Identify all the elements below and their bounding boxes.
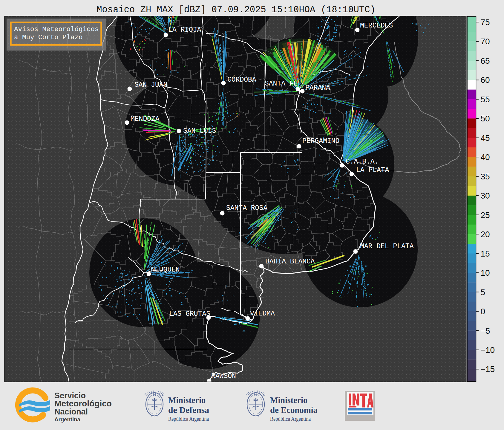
svg-text:−15: −15 [481, 365, 495, 374]
svg-text:Nacional: Nacional [54, 407, 88, 416]
svg-text:15: 15 [481, 249, 490, 258]
svg-text:MAR DEL PLATA: MAR DEL PLATA [360, 243, 414, 250]
svg-text:65: 65 [481, 56, 490, 65]
svg-text:Mosaico ZH MAX [dBZ] 07.09.202: Mosaico ZH MAX [dBZ] 07.09.2025 15:10HOA… [96, 5, 375, 15]
svg-text:60: 60 [481, 75, 490, 85]
svg-text:República Argentina: República Argentina [168, 416, 209, 422]
svg-text:NEUQUÉN: NEUQUÉN [151, 266, 180, 274]
svg-text:35: 35 [481, 172, 490, 181]
svg-text:PARANA: PARANA [305, 84, 330, 92]
svg-text:−5: −5 [481, 326, 490, 336]
svg-text:20: 20 [481, 230, 490, 239]
svg-text:Ministerio: Ministerio [168, 395, 206, 405]
svg-text:CÓRDOBA: CÓRDOBA [227, 75, 256, 84]
svg-text:LA PLATA: LA PLATA [356, 166, 389, 174]
svg-text:0: 0 [481, 307, 485, 316]
svg-text:RAWSON: RAWSON [211, 372, 236, 380]
svg-text:LA RIOJA: LA RIOJA [168, 26, 201, 34]
svg-text:a Muy Corto Plazo: a Muy Corto Plazo [14, 33, 83, 41]
svg-text:−10: −10 [481, 345, 495, 355]
svg-text:Ministerio: Ministerio [270, 395, 307, 405]
svg-text:55: 55 [481, 95, 490, 104]
svg-text:de Economía: de Economía [270, 405, 318, 415]
svg-text:C.A.B.A.: C.A.B.A. [346, 158, 379, 166]
svg-text:SANTA ROSA: SANTA ROSA [226, 204, 267, 212]
svg-text:40: 40 [481, 153, 490, 162]
svg-text:de Defensa: de Defensa [168, 405, 209, 415]
svg-text:VIEDMA: VIEDMA [250, 310, 275, 318]
svg-text:LAS GRUTAS: LAS GRUTAS [169, 310, 210, 318]
svg-text:70: 70 [481, 37, 490, 46]
svg-text:Argentina: Argentina [54, 416, 80, 423]
svg-text:25: 25 [481, 211, 490, 220]
svg-text:PERGAMINO: PERGAMINO [302, 137, 339, 145]
svg-text:30: 30 [481, 191, 490, 200]
svg-text:45: 45 [481, 133, 490, 143]
svg-text:50: 50 [481, 114, 490, 123]
svg-text:SANTA FE: SANTA FE [265, 80, 298, 88]
svg-text:BAHÍA BLANCA: BAHÍA BLANCA [265, 257, 315, 266]
svg-text:10: 10 [481, 268, 490, 277]
svg-text:5: 5 [481, 288, 485, 297]
svg-text:75: 75 [481, 18, 490, 27]
svg-text:MENDOZA: MENDOZA [131, 115, 160, 123]
svg-text:SAN LUIS: SAN LUIS [183, 127, 216, 135]
svg-text:SAN JUAN: SAN JUAN [134, 81, 167, 89]
svg-text:Avisos Meteorológicos: Avisos Meteorológicos [14, 25, 99, 33]
svg-text:República Argentina: República Argentina [270, 416, 311, 422]
svg-text:MERCEDES: MERCEDES [360, 22, 393, 30]
